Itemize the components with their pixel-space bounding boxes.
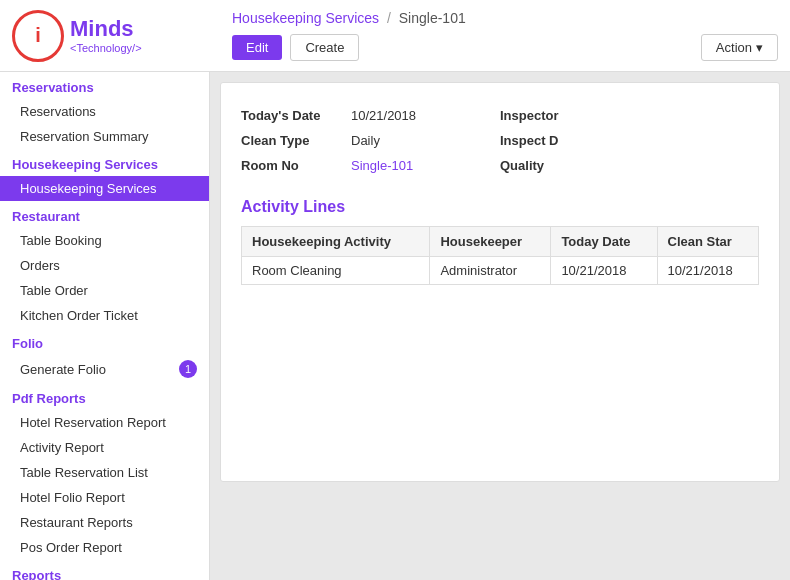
sidebar-item[interactable]: Activity Report — [0, 435, 209, 460]
room-no-label: Room No — [241, 158, 351, 173]
quality-row: Quality — [500, 153, 759, 178]
action-button[interactable]: Action ▾ — [701, 34, 778, 61]
table-cell-0: Room Cleaning — [242, 257, 430, 285]
logo-minds-text: Minds — [70, 17, 142, 41]
today-date-row: Today's Date 10/21/2018 — [241, 103, 500, 128]
breadcrumb-sep: / — [387, 10, 391, 26]
breadcrumb-parent[interactable]: Housekeeping Services — [232, 10, 379, 26]
sidebar-section-header: Reservations — [0, 72, 209, 99]
activity-col-0: Housekeeping Activity — [242, 227, 430, 257]
sidebar-item[interactable]: Table Booking — [0, 228, 209, 253]
action-arrow-icon: ▾ — [756, 40, 763, 55]
logo-text: Minds <Technology/> — [70, 17, 142, 53]
breadcrumb: Housekeeping Services / Single-101 — [232, 10, 778, 26]
activity-col-2: Today Date — [551, 227, 657, 257]
table-cell-1: Administrator — [430, 257, 551, 285]
sidebar-item[interactable]: Reservation Summary — [0, 124, 209, 149]
table-cell-2: 10/21/2018 — [551, 257, 657, 285]
today-date-value: 10/21/2018 — [351, 108, 416, 123]
activity-col-1: Housekeeper — [430, 227, 551, 257]
activity-table-header-row: Housekeeping ActivityHousekeeperToday Da… — [242, 227, 759, 257]
sidebar-item[interactable]: Table Order — [0, 278, 209, 303]
table-row[interactable]: Room CleaningAdministrator10/21/201810/2… — [242, 257, 759, 285]
sidebar-item[interactable]: Reservations — [0, 99, 209, 124]
clean-type-value: Daily — [351, 133, 380, 148]
content-card: Today's Date 10/21/2018 Clean Type Daily… — [220, 82, 780, 482]
sidebar-item[interactable]: Housekeeping Services — [0, 176, 209, 201]
inspect-d-label: Inspect D — [500, 133, 610, 148]
layout: ReservationsReservationsReservation Summ… — [0, 72, 790, 580]
edit-button[interactable]: Edit — [232, 35, 282, 60]
toolbar: Edit Create Action ▾ — [232, 34, 778, 61]
activity-col-3: Clean Star — [657, 227, 758, 257]
header: i Minds <Technology/> Housekeeping Servi… — [0, 0, 790, 72]
room-no-value[interactable]: Single-101 — [351, 158, 413, 173]
sidebar-item-label: Generate Folio — [20, 362, 106, 377]
quality-label: Quality — [500, 158, 610, 173]
sidebar-section-header: Housekeeping Services — [0, 149, 209, 176]
sidebar-item[interactable]: Hotel Folio Report — [0, 485, 209, 510]
sidebar-item[interactable]: Pos Order Report — [0, 535, 209, 560]
room-no-row: Room No Single-101 — [241, 153, 500, 178]
sidebar-section-header: Reports — [0, 560, 209, 580]
activity-lines-title: Activity Lines — [241, 198, 759, 216]
sidebar-section-header: Pdf Reports — [0, 383, 209, 410]
sidebar-item[interactable]: Hotel Reservation Report — [0, 410, 209, 435]
header-main: Housekeeping Services / Single-101 Edit … — [222, 10, 778, 61]
sidebar-section-header: Folio — [0, 328, 209, 355]
inspector-row: Inspector — [500, 103, 759, 128]
activity-table-head: Housekeeping ActivityHousekeeperToday Da… — [242, 227, 759, 257]
clean-type-row: Clean Type Daily — [241, 128, 500, 153]
sidebar-item[interactable]: Generate Folio1 — [0, 355, 209, 383]
sidebar: ReservationsReservationsReservation Summ… — [0, 72, 210, 580]
logo-icon: i — [12, 10, 64, 62]
breadcrumb-current: Single-101 — [399, 10, 466, 26]
sidebar-item[interactable]: Restaurant Reports — [0, 510, 209, 535]
inspect-d-row: Inspect D — [500, 128, 759, 153]
sidebar-item[interactable]: Table Reservation List — [0, 460, 209, 485]
sidebar-item[interactable]: Orders — [0, 253, 209, 278]
clean-type-label: Clean Type — [241, 133, 351, 148]
create-button[interactable]: Create — [290, 34, 359, 61]
activity-table-body: Room CleaningAdministrator10/21/201810/2… — [242, 257, 759, 285]
sidebar-item[interactable]: Kitchen Order Ticket — [0, 303, 209, 328]
sidebar-badge: 1 — [179, 360, 197, 378]
action-label: Action — [716, 40, 752, 55]
logo-tech-text: <Technology/> — [70, 42, 142, 54]
table-cell-3: 10/21/2018 — [657, 257, 758, 285]
inspector-label: Inspector — [500, 108, 610, 123]
logo-area: i Minds <Technology/> — [12, 10, 222, 62]
record-fields: Today's Date 10/21/2018 Clean Type Daily… — [241, 103, 759, 178]
today-date-label: Today's Date — [241, 108, 351, 123]
main-content: Today's Date 10/21/2018 Clean Type Daily… — [210, 72, 790, 580]
activity-table: Housekeeping ActivityHousekeeperToday Da… — [241, 226, 759, 285]
sidebar-section-header: Restaurant — [0, 201, 209, 228]
